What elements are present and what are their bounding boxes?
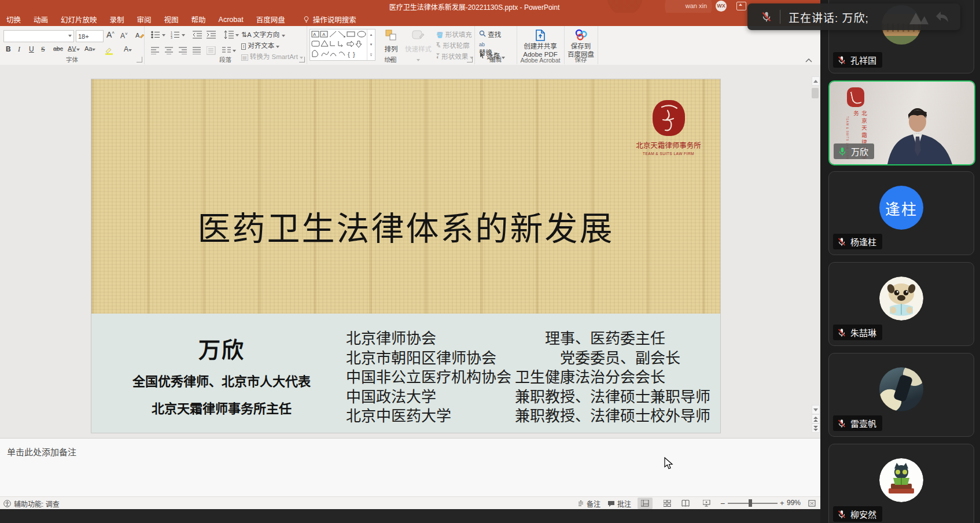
bullets-dropdown[interactable] — [162, 34, 165, 36]
screen: { "titlebar": { "document_name": "医疗卫生法律… — [0, 0, 980, 523]
law-firm-logo: 北京天霜律师事务所 TEAM & SUITS LAW FIRM — [629, 100, 708, 156]
arrange-icon — [385, 29, 397, 42]
ribbon: A˄ A˅ A B I U S abc A̲V̲ Aa A 字体 123 — [0, 26, 820, 65]
save-group: 保存到百度网盘 保存 — [564, 26, 598, 64]
align-right-icon[interactable] — [179, 47, 187, 54]
participant-tile-liuanran[interactable]: 柳安然 — [828, 444, 974, 523]
scroll-down-button[interactable] — [812, 405, 820, 414]
align-center-icon[interactable] — [165, 47, 174, 54]
bullets-icon[interactable] — [151, 31, 160, 39]
increase-indent-icon[interactable] — [207, 31, 216, 39]
justify-icon[interactable] — [193, 47, 201, 54]
next-slide-button[interactable] — [812, 423, 820, 433]
paragraph-dialog-launcher[interactable] — [299, 57, 305, 62]
notes-pane[interactable]: 单击此处添加备注 — [0, 438, 820, 497]
zoom-slider-track[interactable] — [728, 503, 778, 504]
adobe-pdf-icon — [534, 29, 547, 42]
video-seal-icon — [847, 87, 864, 107]
zoom-level[interactable]: 99% — [787, 499, 801, 507]
decrease-font-size-button[interactable]: A˅ — [120, 31, 128, 40]
taskbar-strip — [0, 509, 820, 523]
notes-toggle[interactable]: 备注 — [577, 499, 600, 509]
speaking-status-text: 正在讲话: 万欣; — [789, 9, 869, 25]
tab-animations[interactable]: 动画 — [27, 12, 54, 27]
participant-nameplate: 杨逢柱 — [833, 234, 882, 249]
participant-tile-wanxin[interactable]: 北京天霜律师事务 TEAM & SUITS LAW FIRM 万欣 — [828, 80, 975, 165]
text-shadow-button[interactable]: abc — [53, 45, 63, 52]
editing-group-label: 编辑 — [474, 55, 517, 64]
numbering-dropdown[interactable] — [182, 34, 185, 36]
active-speaker-banner[interactable]: 正在讲话: 万欣; — [747, 3, 960, 30]
baidu-netdisk-icon — [575, 29, 588, 40]
svg-text:3: 3 — [171, 36, 172, 39]
accessibility-status[interactable]: 辅助功能: 调查 — [14, 499, 60, 509]
scrollbar-thumb[interactable] — [812, 88, 819, 98]
powerpoint-window: 医疗卫生法律体系新发展-20221130S.pptx - PowerPoint … — [0, 0, 820, 509]
font-dialog-launcher[interactable] — [137, 57, 142, 62]
drawing-dialog-launcher[interactable] — [467, 57, 473, 62]
avatar-initials: 逢柱 — [879, 186, 923, 230]
tab-acrobat[interactable]: Acrobat — [212, 14, 250, 25]
underline-button[interactable]: U — [29, 45, 34, 53]
decrease-indent-icon[interactable] — [193, 31, 202, 39]
normal-view-button[interactable] — [638, 498, 653, 509]
tab-view[interactable]: 视图 — [158, 12, 185, 27]
slide-title[interactable]: 医药卫生法律体系的新发展 — [91, 202, 720, 249]
zoom-out-button[interactable]: − — [720, 499, 725, 508]
line-spacing-icon[interactable] — [224, 31, 234, 39]
create-share-pdf-button[interactable]: 创建并共享Adobe PDF — [517, 42, 564, 58]
participant-tile-leiyifan[interactable]: 雷壹帆 — [828, 353, 974, 437]
font-size-combobox[interactable] — [76, 30, 104, 42]
quick-styles-icon — [411, 29, 425, 42]
ribbon-display-options-icon[interactable] — [736, 2, 746, 10]
participant-name: 朱喆琳 — [850, 326, 876, 338]
font-name-combobox[interactable] — [3, 30, 74, 42]
text-direction-button[interactable]: ⇅A 文字方向 — [241, 30, 285, 39]
columns-icon[interactable] — [222, 47, 231, 54]
increase-font-size-button[interactable]: A˄ — [106, 30, 115, 39]
strikethrough-button[interactable]: S — [41, 45, 45, 54]
numbering-icon[interactable]: 123 — [171, 31, 180, 39]
italic-button[interactable]: I — [18, 45, 20, 54]
character-spacing-button[interactable]: A̲V̲ — [68, 45, 80, 52]
mountains-icon — [908, 8, 929, 25]
participant-tile-zhuzhelin[interactable]: 朱喆琳 — [828, 262, 974, 346]
account-avatar[interactable]: WX — [716, 1, 727, 12]
tab-record[interactable]: 录制 — [104, 12, 131, 27]
banner-divider — [780, 10, 780, 24]
clear-formatting-icon[interactable]: A — [135, 31, 144, 40]
affiliation-list: 北京律师协会 北京市朝阳区律师协会 中国非公立医疗机构协会 中国政法大学 北京中… — [346, 329, 514, 426]
distribute-text-icon[interactable] — [207, 46, 216, 55]
columns-dropdown[interactable] — [233, 50, 236, 52]
svg-text:A: A — [322, 32, 326, 37]
collapse-ribbon-chevron[interactable] — [805, 58, 812, 64]
accessibility-icon — [3, 500, 11, 507]
tell-me-search[interactable]: 操作说明搜索 — [296, 12, 363, 27]
account-name[interactable]: wan xin — [686, 2, 707, 9]
font-color-button[interactable]: A — [124, 45, 132, 53]
tab-slideshow[interactable]: 幻灯片放映 — [54, 12, 104, 27]
change-case-button[interactable]: Aa — [84, 45, 95, 52]
align-text-button[interactable]: ↕ 对齐文本 — [241, 40, 279, 50]
zoom-slider-thumb[interactable] — [749, 499, 752, 507]
tab-transitions[interactable]: 切换 — [0, 12, 27, 27]
align-left-icon[interactable] — [151, 47, 160, 54]
slideshow-view-button[interactable] — [699, 498, 714, 509]
tab-review[interactable]: 审阅 — [131, 12, 158, 27]
scroll-up-button[interactable] — [812, 76, 820, 86]
slide-scrollbar[interactable] — [811, 68, 819, 434]
highlight-color-icon[interactable] — [104, 46, 116, 55]
bold-button[interactable]: B — [6, 45, 11, 53]
slide-sorter-view-button[interactable] — [660, 498, 675, 509]
participant-tile-yangfengzhu[interactable]: 逢柱 杨逢柱 — [828, 171, 974, 255]
reading-view-button[interactable] — [678, 498, 693, 509]
tab-help[interactable]: 帮助 — [185, 12, 212, 27]
find-button[interactable]: 查找 — [479, 30, 501, 39]
slide-canvas[interactable]: 医药卫生法律体系的新发展 北京天霜律师事务所 TEAM & SUITS LAW … — [91, 79, 720, 433]
previous-slide-button[interactable] — [812, 414, 820, 423]
tab-baidu-netdisk[interactable]: 百度网盘 — [250, 12, 292, 27]
line-spacing-dropdown[interactable] — [235, 34, 239, 36]
fit-slide-to-window-button[interactable] — [804, 498, 819, 509]
comments-toggle[interactable]: 批注 — [607, 499, 631, 509]
zoom-in-button[interactable]: + — [780, 499, 784, 507]
